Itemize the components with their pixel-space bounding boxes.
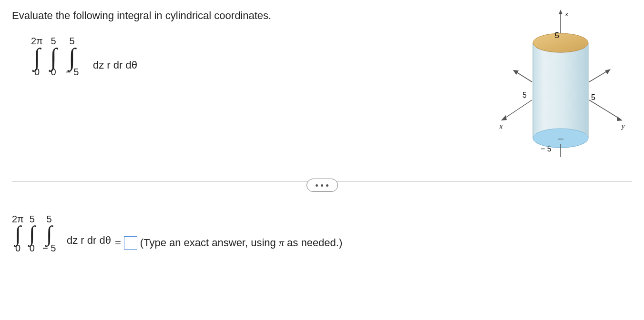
limit-z-lower: − 5 — [65, 67, 79, 77]
limit-theta-lower: 0 — [34, 67, 40, 77]
label-right-5: 5 — [591, 93, 595, 101]
label-top-5: 5 — [555, 31, 559, 40]
answer-row: 2π ∫ 0 5 ∫ 0 5 ∫ − 5 dz r dr dθ = (Type … — [12, 214, 632, 271]
svg-point-14 — [533, 33, 588, 52]
triple-integral-answer: 2π ∫ 0 5 ∫ 0 5 ∫ − 5 dz r dr dθ — [12, 214, 112, 271]
label-bottom-neg5: − 5 — [541, 145, 552, 153]
svg-marker-3 — [501, 115, 507, 120]
triple-integral-display: 2π ∫ 0 5 ∫ 0 5 ∫ − 5 dz r dr dθ — [31, 36, 271, 98]
integral-sign: ∫ — [69, 46, 75, 67]
limit-r-lower: 0 — [51, 67, 56, 77]
svg-marker-12 — [513, 70, 519, 75]
expand-button[interactable] — [307, 179, 338, 192]
integral-middle: 5 ∫ 0 — [50, 36, 57, 77]
x-axis-label: x — [499, 123, 503, 130]
svg-line-9 — [589, 70, 608, 82]
cylinder-figure: z x y 5 — [489, 10, 632, 162]
svg-line-11 — [515, 71, 532, 82]
integral-sign: ∫ — [33, 46, 40, 67]
prompt-text: Evaluate the following integral in cylin… — [12, 10, 271, 22]
label-left-5: 5 — [522, 91, 527, 99]
integral-inner: 5 ∫ − 5 — [65, 36, 79, 77]
answer-hint: (Type an exact answer, using π as needed… — [140, 237, 342, 249]
svg-line-2 — [503, 100, 532, 119]
svg-line-4 — [589, 100, 620, 119]
svg-marker-1 — [559, 10, 562, 14]
svg-marker-5 — [617, 116, 623, 121]
equals-sign: = — [115, 237, 121, 249]
integrand-text: dz r dr dθ — [93, 59, 137, 71]
answer-input[interactable] — [124, 236, 137, 250]
z-axis-label: z — [565, 10, 568, 18]
y-axis-label: y — [621, 123, 625, 130]
svg-marker-10 — [605, 69, 611, 74]
integral-sign: ∫ — [50, 46, 57, 67]
integral-outer: 2π ∫ 0 — [31, 36, 43, 77]
